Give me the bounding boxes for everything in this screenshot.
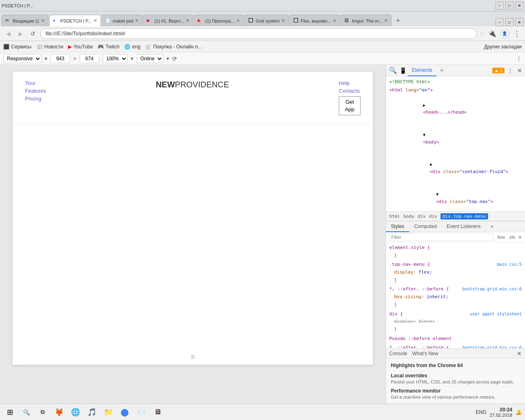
nav-pricing-link[interactable]: Pricing <box>25 96 46 102</box>
minimize-button[interactable]: − <box>495 2 504 10</box>
tab-yt1[interactable]: ▶ (1) #1. Верст... ✕ <box>143 15 193 26</box>
tab-close-grid[interactable]: ✕ <box>281 18 285 23</box>
style-source-main[interactable]: main.css:5 <box>497 261 522 268</box>
bookmark-youtube[interactable]: ▶ YouTube <box>68 44 93 50</box>
tab-close-flex[interactable]: ✕ <box>333 18 336 23</box>
devtools-options[interactable]: ⋮ <box>516 55 522 62</box>
bookmark-twitch[interactable]: 🎮 Twitch <box>98 44 119 50</box>
breadcrumb-div1[interactable]: div <box>418 214 426 219</box>
nav-help-link[interactable]: Help <box>339 80 360 86</box>
breadcrumb-body[interactable]: body <box>404 214 415 219</box>
clock-date: 27.02.2018 <box>490 413 512 418</box>
filter-input[interactable] <box>389 233 493 241</box>
devtools-device-button[interactable]: 📱 <box>398 66 408 75</box>
dom-html[interactable]: <html lang="en"> <box>386 86 525 94</box>
start-button[interactable]: ⊞ <box>3 406 16 419</box>
bookmark-shopping[interactable]: 🛒 Покупка - Онлайн п... <box>145 44 202 50</box>
profile-button[interactable]: 👤 <box>500 29 509 39</box>
filter-plus-btn[interactable]: + <box>518 234 522 240</box>
dom-doctype[interactable]: <!DOCTYPE html> <box>386 78 525 86</box>
tab-yt2[interactable]: ▶ (1) Препоуш... ✕ <box>194 15 244 26</box>
breadcrumb-div2[interactable]: div <box>429 214 437 219</box>
get-app-button[interactable]: GetApp <box>339 96 361 115</box>
responsive-select[interactable]: Responsive <box>3 54 41 63</box>
breadcrumb-active[interactable]: div.top-nav-menu <box>441 213 488 219</box>
online-select[interactable]: Online <box>137 54 163 63</box>
zoom-select[interactable]: 100% <box>103 54 128 63</box>
bookmark-eng[interactable]: 🌐 eng <box>124 44 140 50</box>
dom-head[interactable]: ▶ <head>...</head> <box>386 94 525 123</box>
media-icon[interactable]: 🎵 <box>85 406 98 419</box>
tab-close-gmail[interactable]: ✕ <box>41 18 45 23</box>
styles-tab-computed[interactable]: Computed <box>409 221 442 232</box>
extension-icon[interactable]: 🔌 <box>487 29 497 39</box>
address-input[interactable] <box>40 28 477 39</box>
other-bookmarks[interactable]: Другие закладки <box>484 44 522 50</box>
files-icon[interactable]: 📁 <box>102 406 115 419</box>
console-close-btn[interactable]: ✕ <box>517 350 522 357</box>
search-button[interactable]: 🔍 <box>20 406 33 419</box>
devtools-warning-badge[interactable]: ▲ 2 <box>492 68 504 73</box>
devtools-tab-elements[interactable]: Elements <box>408 65 436 76</box>
task-view-button[interactable]: ⧉ <box>36 406 49 419</box>
rotate-icon[interactable]: ⟳ <box>172 55 177 62</box>
dom-tree[interactable]: <!DOCTYPE html> <html lang="en"> ▶ <head… <box>386 76 525 211</box>
chrome-icon[interactable]: ⬤ <box>118 406 131 419</box>
telegram-icon[interactable]: 📨 <box>135 406 148 419</box>
new-tab-button[interactable]: + <box>392 15 404 26</box>
devtools-close-button[interactable]: ✕ <box>516 66 523 75</box>
nav-contacts-link[interactable]: Contacts <box>339 88 360 94</box>
menu-button[interactable]: ⋮ <box>512 29 522 39</box>
forward-button[interactable]: ▶ <box>16 29 25 39</box>
filter-hov-btn[interactable]: :hov <box>497 235 505 240</box>
browser-minimize[interactable]: − <box>495 18 504 26</box>
dom-topnav[interactable]: ▼ <div class="top-nav"> <box>386 183 525 211</box>
breadcrumb-html[interactable]: html <box>389 214 400 219</box>
bookmark-news[interactable]: 📰 Новости <box>37 44 63 50</box>
console-tab-whatsnew[interactable]: What's New <box>412 349 438 358</box>
styles-tab-events[interactable]: Event Listeners <box>442 221 486 232</box>
close-button[interactable]: ✕ <box>515 2 523 10</box>
notifications-icon[interactable]: 🔔 <box>516 409 522 415</box>
browser-close[interactable]: ✕ <box>515 18 523 26</box>
tab-label-grid: Grid system <box>256 18 280 23</box>
firefox-icon[interactable]: 🦊 <box>52 406 66 419</box>
styles-tab-more[interactable]: » <box>486 221 498 232</box>
tab-close-imgur[interactable]: ✕ <box>384 18 388 23</box>
nav-tour-link[interactable]: Tour <box>25 80 46 86</box>
tab-gmail[interactable]: ✉ Входящие (1 ✕ <box>2 15 48 26</box>
filter-cls-btn[interactable]: .cls <box>508 235 515 240</box>
dom-body[interactable]: ▼ <body> <box>386 124 525 153</box>
tab-maket[interactable]: 📄 maket psd ✕ <box>102 15 143 26</box>
tab-close-yt2[interactable]: ✕ <box>236 18 240 23</box>
devtools-settings-button[interactable]: ⋮ <box>506 66 514 75</box>
tab-flex[interactable]: 🔲 Flex, выровн... ✕ <box>290 15 340 26</box>
style-rule-boxsizing1: *, ::after, ::before { bootstrap-grid.mi… <box>389 285 522 308</box>
styles-tab-styles[interactable]: Styles <box>386 221 409 232</box>
edge-icon[interactable]: 🌐 <box>69 406 82 419</box>
reload-button[interactable]: ↺ <box>28 29 38 39</box>
style-source-bootstrap1[interactable]: bootstrap-grid.min.css:6 <box>463 285 522 292</box>
dom-container[interactable]: ▼ <div class="container-fluid"> <box>386 153 525 183</box>
console-tab-console[interactable]: Console <box>389 349 407 358</box>
devtools-tab-more[interactable]: » <box>436 65 447 76</box>
tab-psdetch[interactable]: ● PSDETCH | P... ✕ <box>49 15 101 26</box>
tab-close-psdetch[interactable]: ✕ <box>94 18 97 23</box>
preview-body <box>13 124 373 349</box>
width-input[interactable] <box>50 54 70 63</box>
height-input[interactable] <box>80 54 99 63</box>
tab-imgur[interactable]: 🖼 Imgur: The m... ✕ <box>341 15 391 26</box>
back-button[interactable]: ◀ <box>3 29 13 39</box>
tab-grid[interactable]: 🔲 Grid system ✕ <box>244 15 289 26</box>
tab-close-maket[interactable]: ✕ <box>135 18 139 23</box>
tab-close-yt1[interactable]: ✕ <box>186 18 189 23</box>
figma-icon[interactable]: 🖥 <box>151 406 164 419</box>
bookmark-star[interactable]: ☆ <box>479 30 485 37</box>
devtools-inspect-button[interactable]: 🔍 <box>388 66 398 75</box>
bookmark-services[interactable]: ⬛ Сервисы <box>3 44 32 50</box>
style-source-bootstrap2[interactable]: bootstrap-grid.min.css:6 <box>463 344 522 348</box>
maximize-button[interactable]: □ <box>505 2 514 10</box>
browser-maximize[interactable]: □ <box>505 18 514 26</box>
bookmark-label-shopping: Покупка - Онлайн п... <box>153 44 202 50</box>
nav-features-link[interactable]: Features <box>25 88 46 94</box>
